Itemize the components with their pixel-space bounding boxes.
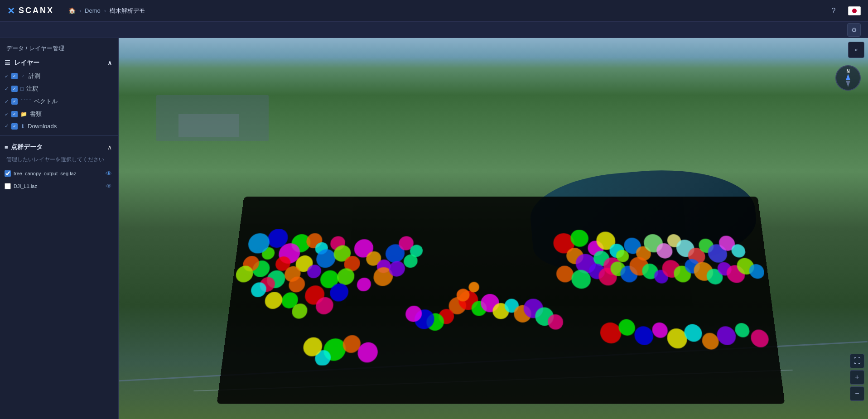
svg-point-34: [250, 283, 267, 298]
pointcloud-title: ≡ 点群データ: [5, 143, 43, 151]
downloads-label: Downloads: [28, 123, 57, 130]
eye-closed-icon: 👁: [106, 183, 112, 190]
tree-canopy-label: tree_canopy_output_seg.laz: [14, 171, 76, 176]
svg-point-78: [748, 265, 765, 279]
japan-circle: [852, 9, 857, 13]
downloads-checkmark: ✓: [5, 123, 9, 129]
compass-south-arrow: [846, 81, 850, 87]
layer-item-vector[interactable]: ✓ ✓ ⌒⌒ ベクトル: [0, 95, 118, 108]
layers-group-left: ☰ レイヤー: [5, 59, 39, 67]
documents-icon: 📁: [20, 111, 27, 117]
vector-checkbox[interactable]: ✓: [11, 98, 18, 105]
collapse-button[interactable]: «: [848, 42, 864, 58]
svg-point-37: [403, 255, 418, 268]
breadcrumb-current: 樹木解析デモ: [110, 7, 145, 15]
vector-icon: ⌒⌒: [20, 98, 31, 106]
map-controls: ⛶ + −: [850, 354, 864, 401]
svg-point-33: [264, 292, 283, 309]
downloads-checkbox[interactable]: ✓: [11, 123, 18, 130]
pointcloud-item-tree-canopy[interactable]: tree_canopy_output_seg.laz 👁: [0, 167, 118, 180]
svg-point-92: [548, 314, 564, 330]
zoom-out-button[interactable]: −: [850, 386, 864, 401]
pointcloud-hint: 管理したいレイヤーを選択してください: [0, 154, 118, 167]
svg-point-107: [750, 330, 770, 347]
svg-point-61: [556, 266, 574, 283]
settings-button[interactable]: ⚙: [847, 23, 861, 37]
pointcloud-item-dji[interactable]: DJI_L1.laz 👁: [0, 180, 118, 193]
dji-visibility-btn[interactable]: 👁: [106, 183, 112, 190]
zoom-out-icon: −: [855, 390, 859, 398]
collapse-icon: «: [855, 47, 858, 53]
breadcrumb-sep-1: ›: [79, 8, 81, 14]
layers-group-header[interactable]: ☰ レイヤー ∧: [0, 56, 118, 70]
compass-circle: N: [835, 65, 861, 91]
svg-point-95: [357, 342, 378, 363]
secondbar: ⚙: [0, 22, 868, 38]
svg-point-27: [235, 266, 254, 283]
pointcloud-collapse-icon[interactable]: ∧: [107, 144, 112, 151]
breadcrumb-demo[interactable]: Demo: [85, 7, 101, 14]
layer-item-downloads[interactable]: ✓ ✓ ⬇ Downloads: [0, 120, 118, 132]
annotation-icon: □: [20, 86, 24, 92]
vector-checkmark: ✓: [5, 99, 9, 105]
annotation-checkbox[interactable]: ✓: [11, 86, 18, 92]
fullscreen-button[interactable]: ⛶: [850, 354, 864, 368]
gear-icon: ⚙: [851, 26, 857, 34]
sidebar-divider: [0, 135, 118, 136]
language-flag[interactable]: [848, 6, 861, 15]
layers-icon: ☰: [5, 59, 10, 67]
svg-point-104: [701, 333, 719, 350]
main-area: データ / レイヤー管理 ☰ レイヤー ∧ ✓ ✓ ⟋ 計測 ✓ ✓ □ 注釈 …: [0, 38, 868, 419]
pointcloud-section-header[interactable]: ≡ 点群データ ∧: [0, 140, 118, 154]
layers-label: レイヤー: [14, 59, 39, 67]
tree-canopy-visibility-btn[interactable]: 👁: [106, 170, 112, 177]
zoom-in-button[interactable]: +: [850, 370, 864, 385]
svg-point-100: [634, 327, 654, 345]
pointcloud-label: 点群データ: [11, 143, 43, 151]
fullscreen-icon: ⛶: [854, 357, 861, 365]
annotation-label: 注釈: [26, 85, 38, 93]
compass[interactable]: N: [835, 65, 861, 91]
app-logo: ✕ SCANX: [7, 5, 54, 16]
documents-checkmark: ✓: [5, 111, 9, 117]
layer-item-annotation[interactable]: ✓ ✓ □ 注釈: [0, 82, 118, 95]
documents-checkbox[interactable]: ✓: [11, 111, 18, 117]
svg-point-98: [600, 323, 622, 343]
compass-north-label: N: [846, 69, 849, 74]
dji-label: DJI_L1.laz: [14, 183, 37, 189]
survey-checkbox[interactable]: ✓: [11, 73, 18, 79]
topbar: ✕ SCANX 🏠 › Demo › 樹木解析デモ ?: [0, 0, 868, 22]
svg-point-105: [716, 327, 737, 345]
survey-label: 計測: [29, 72, 40, 80]
compass-north-arrow: [846, 74, 850, 80]
dji-checkbox[interactable]: [5, 183, 11, 189]
svg-point-32: [357, 278, 371, 291]
breadcrumb-sep-2: ›: [104, 8, 106, 14]
svg-point-60: [731, 245, 746, 258]
survey-checkmark: ✓: [5, 73, 9, 79]
sidebar: データ / レイヤー管理 ☰ レイヤー ∧ ✓ ✓ ⟋ 計測 ✓ ✓ □ 注釈 …: [0, 38, 119, 419]
annotation-checkmark: ✓: [5, 86, 9, 92]
survey-icon: ⟋: [20, 73, 26, 79]
compass-inner: N: [846, 69, 850, 87]
layer-item-documents[interactable]: ✓ ✓ 📁 書類: [0, 108, 118, 120]
svg-point-23: [337, 269, 355, 285]
breadcrumb-home-icon[interactable]: 🏠: [68, 7, 76, 14]
documents-label: 書類: [30, 110, 42, 118]
eye-open-icon: 👁: [106, 170, 112, 177]
help-icon: ?: [832, 7, 836, 15]
data-layer-title: データ / レイヤー管理: [0, 38, 118, 56]
tree-canopy-checkbox[interactable]: [5, 170, 11, 177]
layer-item-survey[interactable]: ✓ ✓ ⟋ 計測: [0, 70, 118, 82]
svg-point-101: [652, 323, 669, 338]
breadcrumb: 🏠 › Demo › 樹木解析デモ: [68, 7, 145, 15]
help-button[interactable]: ?: [826, 4, 841, 18]
aerial-view: [119, 38, 868, 419]
map-viewport[interactable]: « N ⛶ + −: [119, 38, 868, 419]
pointcloud-icon: ≡: [5, 144, 8, 151]
downloads-icon: ⬇: [20, 123, 25, 130]
zoom-in-icon: +: [855, 373, 859, 381]
layers-collapse-icon[interactable]: ∧: [107, 59, 112, 67]
svg-point-106: [734, 323, 750, 337]
vector-label: ベクトル: [34, 97, 58, 106]
